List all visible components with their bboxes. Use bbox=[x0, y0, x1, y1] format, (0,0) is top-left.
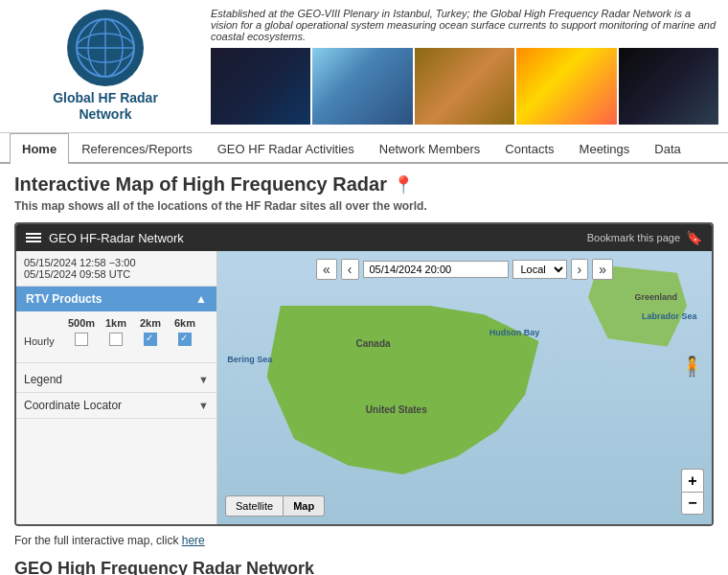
coordinate-label: Coordinate Locator bbox=[24, 399, 122, 412]
hourly-label: Hourly bbox=[24, 335, 62, 347]
zoom-out-btn[interactable]: − bbox=[681, 492, 704, 515]
logo-area: Global HF Radar Network bbox=[10, 10, 201, 123]
logo-text: Global HF Radar Network bbox=[53, 90, 158, 123]
map-type-toggle: Satellite Map bbox=[225, 495, 325, 517]
header-tagline: Established at the GEO-VIII Plenary in I… bbox=[211, 8, 718, 42]
label-us: United States bbox=[366, 404, 427, 415]
map-full-link[interactable]: here bbox=[182, 534, 205, 547]
hourly-row: Hourly bbox=[24, 333, 209, 349]
checkbox-2km[interactable] bbox=[135, 333, 166, 349]
pin-icon: 📍 bbox=[393, 174, 414, 196]
map-header-right: Bookmark this page 🔖 bbox=[587, 230, 702, 245]
divider-1 bbox=[16, 362, 216, 363]
checkbox-500m[interactable] bbox=[66, 333, 97, 349]
header-image-5 bbox=[619, 48, 718, 125]
map-link-text: For the full interactive map, click bbox=[14, 534, 178, 547]
zoom-controls: + − bbox=[681, 469, 704, 515]
map-link-line: For the full interactive map, click here bbox=[14, 534, 714, 547]
legend-accordion[interactable]: Legend ▼ bbox=[16, 367, 216, 393]
date-input[interactable] bbox=[363, 261, 509, 278]
checkbox-6km[interactable] bbox=[170, 333, 200, 349]
label-bering-sea: Bering Sea bbox=[227, 355, 272, 364]
label-greenland: Greenland bbox=[634, 292, 677, 302]
checkbox-1km[interactable] bbox=[101, 333, 131, 349]
header-images bbox=[211, 48, 718, 125]
time-utc: 05/15/2024 09:58 UTC bbox=[24, 268, 209, 280]
map-header-left: GEO HF-Radar Network bbox=[26, 231, 184, 245]
nav-home[interactable]: Home bbox=[10, 133, 69, 164]
nav-last-btn[interactable]: » bbox=[592, 259, 613, 280]
map-header: GEO HF-Radar Network Bookmark this page … bbox=[16, 224, 712, 251]
nav-meetings[interactable]: Meetings bbox=[567, 133, 643, 164]
sidebar-time: 05/15/2024 12:58 −3:00 05/15/2024 09:58 … bbox=[16, 251, 216, 287]
satellite-btn[interactable]: Satellite bbox=[225, 495, 284, 517]
header-image-1 bbox=[211, 48, 310, 125]
time-local: 05/15/2024 12:58 −3:00 bbox=[24, 257, 209, 268]
nav-data[interactable]: Data bbox=[642, 133, 693, 164]
rtv-chevron-up-icon: ▲ bbox=[195, 292, 207, 306]
coordinate-chevron-down-icon: ▼ bbox=[198, 400, 209, 411]
nav-references[interactable]: References/Reports bbox=[69, 133, 205, 164]
interactive-map-container: GEO HF-Radar Network Bookmark this page … bbox=[14, 222, 714, 526]
nav-network-members[interactable]: Network Members bbox=[367, 133, 492, 164]
pegman-icon[interactable]: 🧍 bbox=[680, 355, 704, 378]
nav-next-btn[interactable]: › bbox=[571, 259, 589, 280]
label-canada: Canada bbox=[355, 338, 390, 349]
header-right: Established at the GEO-VIII Plenary in I… bbox=[201, 8, 718, 125]
map-background: Canada United States Greenland Bering Se… bbox=[217, 251, 712, 524]
resolution-table: 500m 1km 2km 6km Hourly bbox=[16, 311, 216, 358]
nav-contacts[interactable]: Contacts bbox=[492, 133, 566, 164]
bookmark-icon[interactable]: 🔖 bbox=[686, 230, 702, 245]
logo-globe-icon bbox=[72, 14, 139, 81]
logo-circle bbox=[67, 10, 144, 86]
resolution-header-row: 500m 1km 2km 6km bbox=[24, 317, 209, 329]
header-image-4 bbox=[516, 48, 616, 125]
map-sidebar: 05/15/2024 12:58 −3:00 05/15/2024 09:58 … bbox=[16, 251, 217, 524]
nav-first-btn[interactable]: « bbox=[316, 259, 337, 280]
page-title: Interactive Map of High Frequency Radar … bbox=[14, 173, 714, 196]
map-btn[interactable]: Map bbox=[284, 495, 325, 517]
coordinate-accordion[interactable]: Coordinate Locator ▼ bbox=[16, 393, 216, 419]
label-labrador-sea: Labrador Sea bbox=[642, 311, 697, 321]
map-nav: « ‹ Local UTC › » bbox=[217, 259, 712, 280]
map-area[interactable]: Canada United States Greenland Bering Se… bbox=[217, 251, 712, 524]
geo-title: GEO High Frequency Radar Network bbox=[14, 559, 714, 575]
main-nav: Home References/Reports GEO HF Radar Act… bbox=[0, 133, 728, 164]
header-image-3 bbox=[415, 48, 514, 125]
bookmark-text[interactable]: Bookmark this page bbox=[587, 232, 680, 243]
label-hudson-bay: Hudson Bay bbox=[489, 328, 540, 337]
local-select[interactable]: Local UTC bbox=[512, 260, 567, 279]
legend-label: Legend bbox=[24, 373, 62, 386]
zoom-in-btn[interactable]: + bbox=[681, 469, 704, 492]
main-content: Interactive Map of High Frequency Radar … bbox=[0, 164, 728, 575]
map-body: 05/15/2024 12:58 −3:00 05/15/2024 09:58 … bbox=[16, 251, 712, 524]
nav-geo-activities[interactable]: GEO HF Radar Activities bbox=[205, 133, 367, 164]
rtv-header[interactable]: RTV Products ▲ bbox=[16, 287, 216, 311]
page-subtitle: This map shows all of the locations of t… bbox=[14, 199, 714, 213]
hamburger-icon[interactable] bbox=[26, 233, 41, 242]
header-image-2 bbox=[312, 48, 412, 125]
page-header: Global HF Radar Network Established at t… bbox=[0, 0, 728, 133]
map-title: GEO HF-Radar Network bbox=[49, 231, 184, 245]
legend-chevron-down-icon: ▼ bbox=[198, 374, 209, 385]
rtv-label: RTV Products bbox=[26, 292, 102, 306]
nav-prev-btn[interactable]: ‹ bbox=[341, 259, 359, 280]
geo-section: GEO High Frequency Radar Network GEO Glo… bbox=[14, 559, 714, 575]
